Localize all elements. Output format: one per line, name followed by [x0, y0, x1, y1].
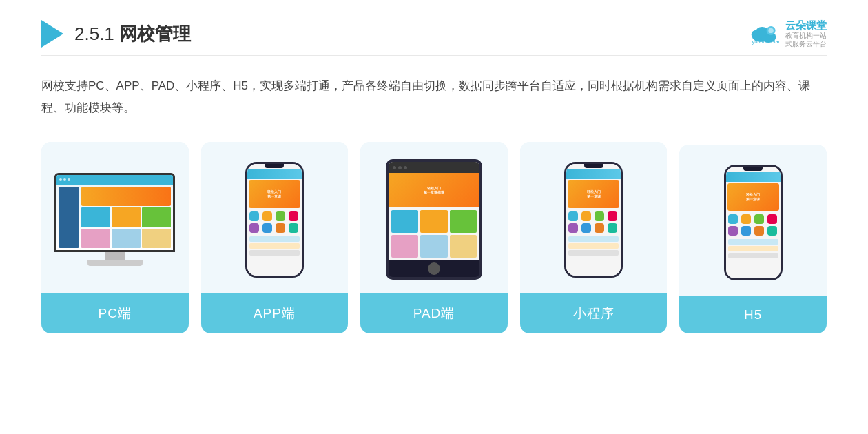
brand-name: 云朵课堂	[785, 19, 827, 32]
svg-point-3	[756, 27, 768, 37]
card-pad-image: 轻松入门第一堂课模课	[360, 142, 508, 293]
description-text: 网校支持PC、APP、PAD、小程序、H5，实现多端打通，产品各终端自由切换，数…	[41, 75, 827, 120]
page-title: 2.5.1 网校管理	[74, 22, 191, 46]
section-title: 网校管理	[119, 23, 191, 44]
app-banner-text: 轻松入门第一堂课	[267, 189, 281, 198]
card-h5: 轻松入门第一堂课	[679, 145, 827, 333]
pad-screen: 轻松入门第一堂课模课	[389, 162, 479, 260]
pad-mockup: 轻松入门第一堂课模课	[386, 159, 482, 280]
phone-notch	[265, 164, 284, 168]
card-pc-label: PC端	[41, 293, 189, 333]
phone-h5-screen: 轻松入门第一堂课	[726, 167, 781, 278]
card-app-label: APP端	[201, 293, 349, 333]
card-app-image: 轻松入门第一堂课	[201, 142, 349, 293]
phone-h5-mockup: 轻松入门第一堂课	[724, 165, 783, 280]
pc-mockup	[54, 173, 175, 266]
phone-app-mockup: 轻松入门第一堂课	[245, 162, 304, 278]
brand-slogan1: 教育机构一站	[785, 32, 827, 40]
page-wrapper: 2.5.1 网校管理 yunduoketang.com 云朵课堂 教育机构一站	[0, 0, 868, 434]
brand-logo: yunduoketang.com 云朵课堂 教育机构一站 式服务云平台	[748, 19, 827, 48]
card-app: 轻松入门第一堂课	[201, 142, 349, 333]
phone-h5-notch	[743, 167, 763, 171]
card-pc: PC端	[41, 142, 189, 333]
logo-triangle-icon	[41, 20, 63, 48]
phone-screen: 轻松入门第一堂课	[247, 164, 302, 276]
card-mini-image: 轻松入门第一堂课	[520, 142, 668, 293]
card-pad-label: PAD端	[360, 293, 508, 333]
brand-cloud-icon: yunduoketang.com	[748, 21, 780, 46]
svg-text:yunduoketang.com: yunduoketang.com	[752, 39, 780, 45]
card-pad: 轻松入门第一堂课模课 PAD端	[360, 142, 508, 333]
brand-slogan2: 式服务云平台	[785, 40, 827, 48]
card-pc-image	[41, 142, 189, 293]
card-mini-label: 小程序	[520, 293, 668, 333]
pad-banner-text: 轻松入门第一堂课模课	[424, 186, 444, 195]
svg-point-5	[768, 28, 773, 33]
cards-container: PC端 轻松入门第一堂课	[41, 142, 827, 333]
mini-banner-text: 轻松入门第一堂课	[587, 189, 601, 198]
phone-mini-mockup: 轻松入门第一堂课	[564, 162, 623, 278]
brand-text: 云朵课堂 教育机构一站 式服务云平台	[785, 19, 827, 48]
header-left: 2.5.1 网校管理	[41, 20, 191, 48]
card-h5-label: H5	[679, 296, 827, 333]
h5-banner-text: 轻松入门第一堂课	[746, 192, 760, 201]
phone-mini-notch	[584, 164, 603, 168]
header: 2.5.1 网校管理 yunduoketang.com 云朵课堂 教育机构一站	[41, 19, 827, 56]
card-mini: 轻松入门第一堂课	[520, 142, 668, 333]
pc-screen	[54, 173, 175, 252]
phone-mini-screen: 轻松入门第一堂课	[566, 164, 621, 276]
section-number: 2.5.1	[74, 23, 114, 44]
card-h5-image: 轻松入门第一堂课	[679, 145, 827, 296]
